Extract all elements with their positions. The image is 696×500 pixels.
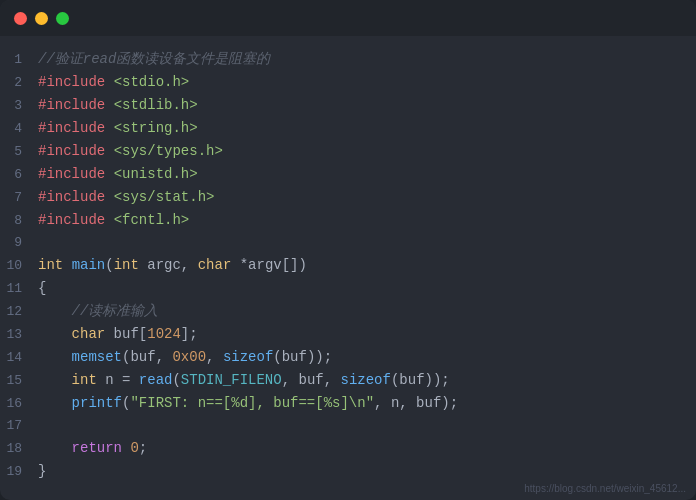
line-content-8: #include <fcntl.h> [38, 209, 189, 231]
line-num-6: 6 [0, 164, 38, 186]
line-content-18: return 0; [38, 437, 147, 459]
line-num-8: 8 [0, 210, 38, 232]
code-line-10: 10 int main(int argc, char *argv[]) [0, 254, 696, 277]
code-area: 1 //验证read函数读设备文件是阻塞的 2 #include <stdio.… [0, 36, 696, 500]
line-num-16: 16 [0, 393, 38, 415]
line-num-5: 5 [0, 141, 38, 163]
code-line-5: 5 #include <sys/types.h> [0, 140, 696, 163]
line-num-18: 18 [0, 438, 38, 460]
line-num-15: 15 [0, 370, 38, 392]
line-content-6: #include <unistd.h> [38, 163, 198, 185]
editor-window: 1 //验证read函数读设备文件是阻塞的 2 #include <stdio.… [0, 0, 696, 500]
line-num-17: 17 [0, 415, 38, 437]
code-line-15: 15 int n = read(STDIN_FILENO, buf, sizeo… [0, 369, 696, 392]
line-num-12: 12 [0, 301, 38, 323]
titlebar [0, 0, 696, 36]
line-content-4: #include <string.h> [38, 117, 198, 139]
line-num-2: 2 [0, 72, 38, 94]
line-content-2: #include <stdio.h> [38, 71, 189, 93]
line-content-10: int main(int argc, char *argv[]) [38, 254, 307, 276]
line-num-3: 3 [0, 95, 38, 117]
line-num-14: 14 [0, 347, 38, 369]
code-line-14: 14 memset(buf, 0x00, sizeof(buf)); [0, 346, 696, 369]
code-line-3: 3 #include <stdlib.h> [0, 94, 696, 117]
line-content-3: #include <stdlib.h> [38, 94, 198, 116]
code-line-9: 9 [0, 232, 696, 254]
code-line-4: 4 #include <string.h> [0, 117, 696, 140]
code-line-18: 18 return 0; [0, 437, 696, 460]
code-line-11: 11 { [0, 277, 696, 300]
code-line-19: 19 } [0, 460, 696, 483]
line-content-7: #include <sys/stat.h> [38, 186, 214, 208]
maximize-button[interactable] [56, 12, 69, 25]
watermark: https://blog.csdn.net/weixin_45612... [524, 483, 686, 494]
line-content-15: int n = read(STDIN_FILENO, buf, sizeof(b… [38, 369, 450, 391]
minimize-button[interactable] [35, 12, 48, 25]
code-line-13: 13 char buf[1024]; [0, 323, 696, 346]
code-line-12: 12 //读标准输入 [0, 300, 696, 323]
code-line-1: 1 //验证read函数读设备文件是阻塞的 [0, 48, 696, 71]
line-content-14: memset(buf, 0x00, sizeof(buf)); [38, 346, 332, 368]
line-num-10: 10 [0, 255, 38, 277]
line-content-5: #include <sys/types.h> [38, 140, 223, 162]
code-line-17: 17 [0, 415, 696, 437]
line-num-7: 7 [0, 187, 38, 209]
code-line-6: 6 #include <unistd.h> [0, 163, 696, 186]
line-num-1: 1 [0, 49, 38, 71]
code-line-16: 16 printf("FIRST: n==[%d], buf==[%s]\n",… [0, 392, 696, 415]
line-num-4: 4 [0, 118, 38, 140]
code-line-8: 8 #include <fcntl.h> [0, 209, 696, 232]
code-line-7: 7 #include <sys/stat.h> [0, 186, 696, 209]
line-num-13: 13 [0, 324, 38, 346]
line-content-16: printf("FIRST: n==[%d], buf==[%s]\n", n,… [38, 392, 458, 414]
line-content-1: //验证read函数读设备文件是阻塞的 [38, 48, 270, 70]
line-content-12: //读标准输入 [38, 300, 158, 322]
line-num-9: 9 [0, 232, 38, 254]
line-content-19: } [38, 460, 46, 482]
line-num-19: 19 [0, 461, 38, 483]
line-content-13: char buf[1024]; [38, 323, 198, 345]
line-num-11: 11 [0, 278, 38, 300]
close-button[interactable] [14, 12, 27, 25]
code-line-2: 2 #include <stdio.h> [0, 71, 696, 94]
line-content-11: { [38, 277, 46, 299]
